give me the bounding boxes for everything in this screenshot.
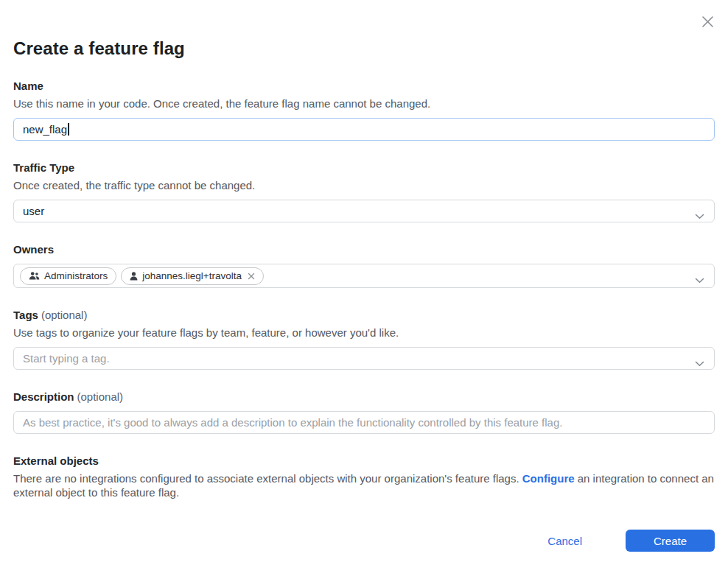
traffic-type-selected-value: user: [23, 205, 44, 217]
description-section: Description(optional): [13, 390, 715, 434]
tags-section: Tags(optional) Use tags to organize your…: [13, 308, 715, 370]
description-input[interactable]: [13, 411, 715, 434]
create-feature-flag-modal: Create a feature flag Name Use this name…: [0, 0, 728, 562]
tags-helper-text: Use tags to organize your feature flags …: [13, 326, 715, 340]
owner-chip-administrators[interactable]: Administrators: [20, 267, 116, 285]
close-button[interactable]: [698, 12, 717, 31]
close-icon: [700, 14, 715, 29]
name-helper-text: Use this name in your code. Once created…: [13, 96, 715, 111]
external-objects-section: External objects There are no integratio…: [13, 454, 715, 499]
traffic-type-section: Traffic Type Once created, the traffic t…: [13, 161, 715, 222]
modal-footer: Cancel Create: [13, 530, 715, 552]
name-input[interactable]: new_flag: [13, 118, 715, 141]
configure-link[interactable]: Configure: [522, 472, 575, 485]
name-section: Name Use this name in your code. Once cr…: [13, 79, 715, 141]
cancel-button[interactable]: Cancel: [540, 530, 589, 552]
chevron-down-icon: [695, 273, 704, 286]
external-objects-label: External objects: [13, 454, 715, 468]
traffic-type-helper-text: Once created, the traffic type cannot be…: [13, 178, 715, 193]
page-title: Create a feature flag: [13, 0, 715, 59]
external-objects-text-before: There are no integrations configured to …: [13, 472, 522, 485]
description-label-text: Description: [13, 390, 74, 403]
name-input-value: new_flag: [23, 123, 67, 136]
group-icon: [29, 272, 40, 280]
description-optional-text: (optional): [77, 390, 124, 403]
traffic-type-label: Traffic Type: [13, 161, 715, 175]
owners-label: Owners: [13, 242, 715, 257]
chevron-down-icon: [695, 356, 704, 369]
description-label: Description(optional): [13, 390, 715, 404]
external-objects-text: There are no integrations configured to …: [13, 472, 715, 499]
person-icon: [130, 272, 138, 281]
traffic-type-select[interactable]: user: [13, 200, 715, 222]
name-label: Name: [13, 79, 715, 94]
text-caret: [68, 123, 69, 136]
tags-optional-text: (optional): [41, 309, 88, 321]
tags-label: Tags(optional): [13, 308, 715, 323]
tags-select[interactable]: Start typing a tag.: [13, 347, 715, 370]
owners-select[interactable]: Administrators johannes.liegl+travolta: [13, 264, 715, 288]
x-icon: [248, 273, 255, 280]
tags-placeholder: Start typing a tag.: [23, 352, 110, 365]
create-button[interactable]: Create: [626, 530, 715, 552]
remove-owner-button[interactable]: [248, 273, 255, 280]
tags-label-text: Tags: [13, 309, 38, 321]
owner-chip-user[interactable]: johannes.liegl+travolta: [121, 267, 264, 285]
owner-chip-label: Administrators: [44, 270, 108, 281]
chevron-down-icon: [695, 209, 704, 222]
owners-section: Owners Administrators: [13, 242, 715, 288]
owner-chip-label: johannes.liegl+travolta: [142, 270, 242, 281]
